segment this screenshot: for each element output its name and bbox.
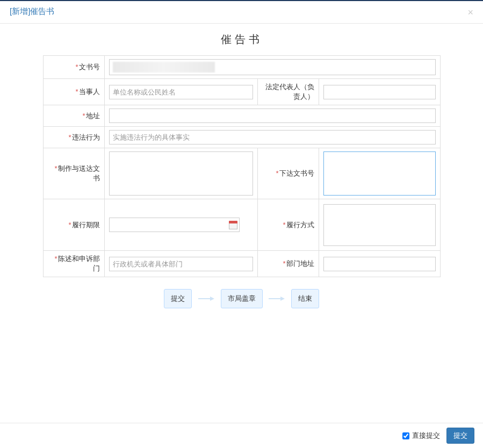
workflow-step-seal[interactable]: 市局盖章 [221,289,263,308]
label-doc-no: *文书号 [43,56,104,79]
close-icon[interactable]: × [467,8,473,17]
direct-submit-checkbox[interactable] [402,432,409,439]
label-issued-doc-no: *下达文书号 [257,148,319,199]
label-dept-address: *部门地址 [257,251,319,277]
workflow: 提交 市局盖章 结束 [10,289,473,308]
label-legal-rep: 法定代表人（负责人） [257,79,319,105]
direct-submit-label: 直接提交 [412,431,440,439]
label-illegal-act: *违法行为 [43,127,104,148]
label-address: *地址 [43,105,104,127]
label-appeal-dept: *陈述和申诉部门 [43,251,104,277]
address-input[interactable] [109,109,436,123]
issued-doc-no-textarea[interactable] [323,151,436,196]
modal-footer: 直接提交 提交 [0,423,483,448]
form-table: *文书号 *当事人 法定代表人（负责人） *地 [43,55,441,277]
legal-rep-input[interactable] [323,85,436,99]
arrow-icon [198,297,214,301]
make-deliver-textarea[interactable] [109,151,253,196]
page-title: 催告书 [10,32,473,47]
party-input[interactable] [109,85,253,99]
perform-method-textarea[interactable] [323,204,436,246]
dept-address-input[interactable] [323,257,436,271]
doc-no-value [113,62,215,73]
illegal-act-input[interactable] [109,130,436,144]
perform-deadline-input[interactable] [109,218,240,232]
modal-title: [新增]催告书 [10,6,54,16]
submit-button[interactable]: 提交 [446,428,474,444]
label-perform-method: *履行方式 [257,199,319,251]
label-party: *当事人 [43,79,104,105]
appeal-dept-input[interactable] [109,257,253,271]
workflow-step-end[interactable]: 结束 [291,289,319,308]
arrow-icon [269,297,285,301]
label-make-deliver: *制作与送达文书 [43,148,104,199]
calendar-icon[interactable] [229,221,237,229]
label-perform-deadline: *履行期限 [43,199,104,251]
workflow-step-submit[interactable]: 提交 [164,289,192,308]
